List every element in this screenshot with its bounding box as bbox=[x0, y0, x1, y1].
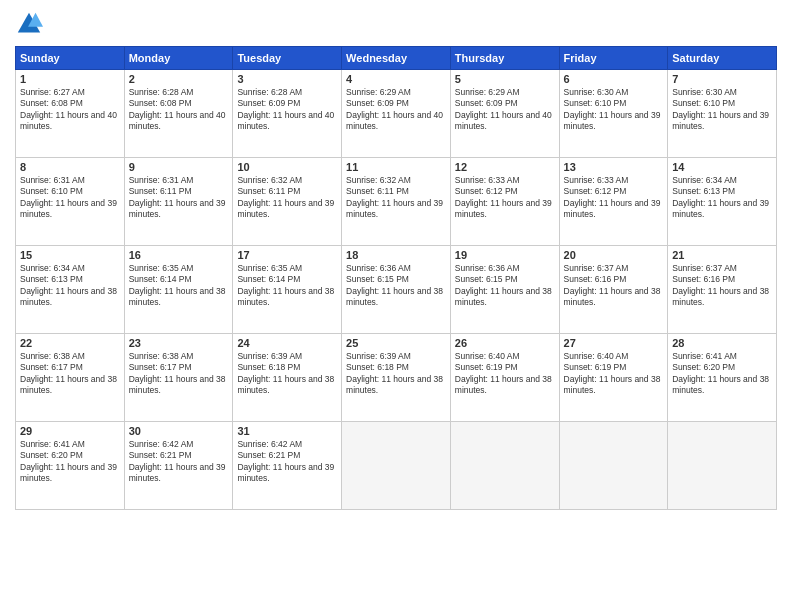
day-number: 6 bbox=[564, 73, 664, 85]
calendar-cell: 14 Sunrise: 6:34 AM Sunset: 6:13 PM Dayl… bbox=[668, 158, 777, 246]
calendar-cell: 9 Sunrise: 6:31 AM Sunset: 6:11 PM Dayli… bbox=[124, 158, 233, 246]
sunset-label: Sunset: 6:15 PM bbox=[346, 274, 409, 284]
calendar-day-header: Tuesday bbox=[233, 47, 342, 70]
sunset-label: Sunset: 6:08 PM bbox=[20, 98, 83, 108]
calendar-cell: 30 Sunrise: 6:42 AM Sunset: 6:21 PM Dayl… bbox=[124, 422, 233, 510]
day-info: Sunrise: 6:36 AM Sunset: 6:15 PM Dayligh… bbox=[455, 263, 555, 309]
sunset-label: Sunset: 6:10 PM bbox=[20, 186, 83, 196]
day-number: 31 bbox=[237, 425, 337, 437]
sunrise-label: Sunrise: 6:38 AM bbox=[129, 351, 194, 361]
sunrise-label: Sunrise: 6:40 AM bbox=[455, 351, 520, 361]
calendar-cell: 31 Sunrise: 6:42 AM Sunset: 6:21 PM Dayl… bbox=[233, 422, 342, 510]
sunrise-label: Sunrise: 6:28 AM bbox=[237, 87, 302, 97]
calendar-cell: 5 Sunrise: 6:29 AM Sunset: 6:09 PM Dayli… bbox=[450, 70, 559, 158]
calendar-cell: 6 Sunrise: 6:30 AM Sunset: 6:10 PM Dayli… bbox=[559, 70, 668, 158]
sunset-label: Sunset: 6:09 PM bbox=[455, 98, 518, 108]
day-number: 4 bbox=[346, 73, 446, 85]
day-number: 16 bbox=[129, 249, 229, 261]
daylight-label: Daylight: 11 hours and 39 minutes. bbox=[129, 462, 226, 483]
day-info: Sunrise: 6:33 AM Sunset: 6:12 PM Dayligh… bbox=[455, 175, 555, 221]
sunrise-label: Sunrise: 6:35 AM bbox=[237, 263, 302, 273]
day-info: Sunrise: 6:29 AM Sunset: 6:09 PM Dayligh… bbox=[346, 87, 446, 133]
calendar-cell: 28 Sunrise: 6:41 AM Sunset: 6:20 PM Dayl… bbox=[668, 334, 777, 422]
day-number: 11 bbox=[346, 161, 446, 173]
daylight-label: Daylight: 11 hours and 38 minutes. bbox=[20, 286, 117, 307]
calendar-cell: 22 Sunrise: 6:38 AM Sunset: 6:17 PM Dayl… bbox=[16, 334, 125, 422]
calendar-day-header: Saturday bbox=[668, 47, 777, 70]
day-info: Sunrise: 6:27 AM Sunset: 6:08 PM Dayligh… bbox=[20, 87, 120, 133]
sunset-label: Sunset: 6:13 PM bbox=[672, 186, 735, 196]
day-info: Sunrise: 6:37 AM Sunset: 6:16 PM Dayligh… bbox=[672, 263, 772, 309]
sunrise-label: Sunrise: 6:28 AM bbox=[129, 87, 194, 97]
daylight-label: Daylight: 11 hours and 38 minutes. bbox=[129, 286, 226, 307]
daylight-label: Daylight: 11 hours and 40 minutes. bbox=[20, 110, 117, 131]
sunset-label: Sunset: 6:17 PM bbox=[20, 362, 83, 372]
sunset-label: Sunset: 6:10 PM bbox=[672, 98, 735, 108]
sunset-label: Sunset: 6:11 PM bbox=[237, 186, 300, 196]
daylight-label: Daylight: 11 hours and 39 minutes. bbox=[346, 198, 443, 219]
calendar-header-row: SundayMondayTuesdayWednesdayThursdayFrid… bbox=[16, 47, 777, 70]
daylight-label: Daylight: 11 hours and 40 minutes. bbox=[237, 110, 334, 131]
day-number: 26 bbox=[455, 337, 555, 349]
day-number: 23 bbox=[129, 337, 229, 349]
day-number: 8 bbox=[20, 161, 120, 173]
day-info: Sunrise: 6:35 AM Sunset: 6:14 PM Dayligh… bbox=[237, 263, 337, 309]
page: SundayMondayTuesdayWednesdayThursdayFrid… bbox=[0, 0, 792, 612]
sunrise-label: Sunrise: 6:32 AM bbox=[346, 175, 411, 185]
sunset-label: Sunset: 6:09 PM bbox=[346, 98, 409, 108]
daylight-label: Daylight: 11 hours and 39 minutes. bbox=[455, 198, 552, 219]
day-info: Sunrise: 6:36 AM Sunset: 6:15 PM Dayligh… bbox=[346, 263, 446, 309]
day-number: 18 bbox=[346, 249, 446, 261]
daylight-label: Daylight: 11 hours and 38 minutes. bbox=[564, 286, 661, 307]
calendar-week-row: 1 Sunrise: 6:27 AM Sunset: 6:08 PM Dayli… bbox=[16, 70, 777, 158]
sunrise-label: Sunrise: 6:34 AM bbox=[672, 175, 737, 185]
calendar-cell bbox=[668, 422, 777, 510]
sunrise-label: Sunrise: 6:40 AM bbox=[564, 351, 629, 361]
calendar-cell: 26 Sunrise: 6:40 AM Sunset: 6:19 PM Dayl… bbox=[450, 334, 559, 422]
calendar-cell: 24 Sunrise: 6:39 AM Sunset: 6:18 PM Dayl… bbox=[233, 334, 342, 422]
calendar-cell: 19 Sunrise: 6:36 AM Sunset: 6:15 PM Dayl… bbox=[450, 246, 559, 334]
daylight-label: Daylight: 11 hours and 38 minutes. bbox=[672, 374, 769, 395]
daylight-label: Daylight: 11 hours and 40 minutes. bbox=[346, 110, 443, 131]
day-number: 24 bbox=[237, 337, 337, 349]
calendar-cell: 15 Sunrise: 6:34 AM Sunset: 6:13 PM Dayl… bbox=[16, 246, 125, 334]
day-number: 14 bbox=[672, 161, 772, 173]
daylight-label: Daylight: 11 hours and 38 minutes. bbox=[20, 374, 117, 395]
calendar: SundayMondayTuesdayWednesdayThursdayFrid… bbox=[15, 46, 777, 510]
sunrise-label: Sunrise: 6:29 AM bbox=[455, 87, 520, 97]
sunset-label: Sunset: 6:10 PM bbox=[564, 98, 627, 108]
sunrise-label: Sunrise: 6:39 AM bbox=[346, 351, 411, 361]
sunset-label: Sunset: 6:16 PM bbox=[564, 274, 627, 284]
sunset-label: Sunset: 6:19 PM bbox=[564, 362, 627, 372]
day-number: 30 bbox=[129, 425, 229, 437]
sunrise-label: Sunrise: 6:37 AM bbox=[564, 263, 629, 273]
sunrise-label: Sunrise: 6:41 AM bbox=[20, 439, 85, 449]
sunrise-label: Sunrise: 6:35 AM bbox=[129, 263, 194, 273]
day-info: Sunrise: 6:39 AM Sunset: 6:18 PM Dayligh… bbox=[237, 351, 337, 397]
daylight-label: Daylight: 11 hours and 38 minutes. bbox=[455, 374, 552, 395]
daylight-label: Daylight: 11 hours and 38 minutes. bbox=[672, 286, 769, 307]
calendar-cell: 4 Sunrise: 6:29 AM Sunset: 6:09 PM Dayli… bbox=[342, 70, 451, 158]
day-number: 9 bbox=[129, 161, 229, 173]
day-info: Sunrise: 6:41 AM Sunset: 6:20 PM Dayligh… bbox=[20, 439, 120, 485]
day-number: 19 bbox=[455, 249, 555, 261]
day-info: Sunrise: 6:34 AM Sunset: 6:13 PM Dayligh… bbox=[20, 263, 120, 309]
day-number: 15 bbox=[20, 249, 120, 261]
calendar-week-row: 22 Sunrise: 6:38 AM Sunset: 6:17 PM Dayl… bbox=[16, 334, 777, 422]
sunrise-label: Sunrise: 6:41 AM bbox=[672, 351, 737, 361]
day-info: Sunrise: 6:31 AM Sunset: 6:11 PM Dayligh… bbox=[129, 175, 229, 221]
day-info: Sunrise: 6:40 AM Sunset: 6:19 PM Dayligh… bbox=[564, 351, 664, 397]
day-info: Sunrise: 6:38 AM Sunset: 6:17 PM Dayligh… bbox=[129, 351, 229, 397]
day-number: 1 bbox=[20, 73, 120, 85]
sunset-label: Sunset: 6:20 PM bbox=[672, 362, 735, 372]
calendar-cell: 1 Sunrise: 6:27 AM Sunset: 6:08 PM Dayli… bbox=[16, 70, 125, 158]
calendar-cell: 10 Sunrise: 6:32 AM Sunset: 6:11 PM Dayl… bbox=[233, 158, 342, 246]
daylight-label: Daylight: 11 hours and 39 minutes. bbox=[237, 462, 334, 483]
calendar-cell: 3 Sunrise: 6:28 AM Sunset: 6:09 PM Dayli… bbox=[233, 70, 342, 158]
calendar-cell: 20 Sunrise: 6:37 AM Sunset: 6:16 PM Dayl… bbox=[559, 246, 668, 334]
calendar-week-row: 29 Sunrise: 6:41 AM Sunset: 6:20 PM Dayl… bbox=[16, 422, 777, 510]
daylight-label: Daylight: 11 hours and 38 minutes. bbox=[346, 374, 443, 395]
logo-icon bbox=[15, 10, 43, 38]
calendar-cell: 17 Sunrise: 6:35 AM Sunset: 6:14 PM Dayl… bbox=[233, 246, 342, 334]
sunset-label: Sunset: 6:12 PM bbox=[564, 186, 627, 196]
